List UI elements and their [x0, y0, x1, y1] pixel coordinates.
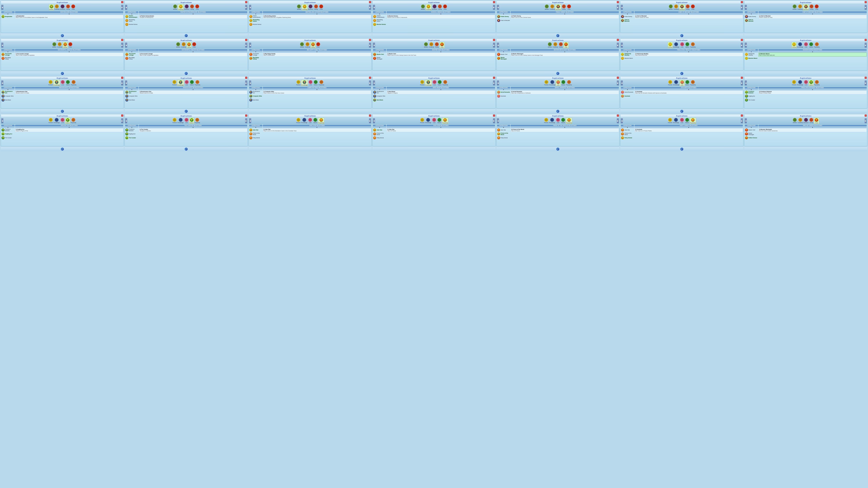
aspirations-scroll-up[interactable]: ▲: [373, 13, 386, 15]
category-icon-creativity[interactable]: 🏆Creativity: [178, 4, 184, 10]
nav-left-arrow[interactable]: ◀: [745, 5, 747, 10]
aspiration-item[interactable]: 🏆Nerd Brain: [249, 98, 262, 102]
category-icon-family[interactable]: ⬡Family: [190, 4, 194, 10]
category-icon-fortune[interactable]: ⬡Fortune: [420, 80, 425, 86]
nav-right-arrow[interactable]: ▶: [617, 42, 619, 48]
nav-right-arrow[interactable]: ▶: [493, 5, 495, 10]
category-icon-nature[interactable]: ⬡Nature: [65, 80, 70, 86]
category-icon-family[interactable]: ⬡Family: [437, 4, 442, 10]
aspiration-item[interactable]: 🏆Master Mixologist: [745, 132, 758, 136]
category-icon-deviance[interactable]: ⬡Deviance: [432, 4, 437, 10]
aspiration-item[interactable]: 🏆Successful Lineage: [125, 52, 138, 56]
milestones-scroll-up[interactable]: ▲: [758, 126, 867, 128]
category-icon-athletic[interactable]: ⬡Athletic: [297, 4, 302, 10]
aspiration-item[interactable]: 🏆Angling Ace: [125, 132, 138, 136]
aspiration-item[interactable]: 🏆Master Chef: [745, 128, 758, 132]
check-button[interactable]: ✓: [61, 110, 64, 113]
category-icon-fortune[interactable]: ⬡Fortune: [544, 80, 549, 86]
aspiration-item[interactable]: 🏆Big Happy Family: [125, 56, 138, 60]
aspirations-scroll-up[interactable]: ▲: [249, 13, 262, 15]
close-button[interactable]: ×: [865, 77, 867, 79]
aspiration-item[interactable]: 🏆Master Mixologist: [497, 56, 510, 60]
milestones-scroll-up[interactable]: ▲: [634, 88, 743, 90]
check-button[interactable]: ✓: [680, 110, 684, 113]
nav-right-arrow[interactable]: ▶: [369, 81, 371, 85]
category-icon-family[interactable]: 🏆Family: [311, 42, 315, 48]
category-icon-nature[interactable]: ⬡Nature: [561, 80, 566, 86]
nav-left-arrow[interactable]: ◀: [373, 42, 375, 48]
category-icon-popularity[interactable]: ⬡Popularity: [814, 80, 820, 86]
category-icon-food[interactable]: 🏆Food: [814, 118, 819, 124]
category-icon-deviance[interactable]: ⬡Deviance: [60, 4, 65, 10]
nav-left-arrow[interactable]: ◀: [745, 118, 747, 123]
aspirations-scroll-up[interactable]: ▲: [1, 88, 14, 90]
category-icon-deviance[interactable]: ⬡Deviance: [803, 118, 809, 124]
check-button[interactable]: ✓: [556, 34, 560, 37]
milestones-scroll-up[interactable]: ▲: [263, 13, 371, 15]
aspiration-item[interactable]: 🏆Friend of the World: [497, 132, 510, 136]
category-icon-creativity[interactable]: ⬡Creativity: [798, 118, 803, 124]
nav-right-arrow[interactable]: ▶: [865, 42, 867, 48]
milestones-scroll-up[interactable]: ▲: [634, 13, 743, 15]
aspirations-scroll-up[interactable]: ▲: [373, 51, 386, 52]
aspiration-item[interactable]: 🏆Grilled Cheese: [745, 136, 758, 140]
milestones-scroll-up[interactable]: ▲: [15, 88, 123, 90]
close-button[interactable]: ×: [741, 115, 743, 117]
close-button[interactable]: ×: [121, 39, 123, 41]
category-icon-fortune[interactable]: ⬡Fortune: [48, 118, 53, 124]
aspiration-item[interactable]: 🏆Friend of the World: [249, 132, 262, 136]
nav-left-arrow[interactable]: ◀: [125, 118, 127, 123]
close-button[interactable]: ×: [493, 1, 495, 3]
aspiration-item[interactable]: 🏆Freelance Botanist: [745, 90, 758, 94]
nav-right-arrow[interactable]: ▶: [121, 118, 123, 123]
aspiration-item[interactable]: 🏆Computer Whiz: [1, 94, 14, 98]
aspiration-item[interactable]: 🏆Successful Lineage: [249, 52, 262, 56]
nav-right-arrow[interactable]: ▶: [741, 5, 743, 10]
category-icon-deviance[interactable]: ⬡Deviance: [308, 4, 313, 10]
category-icon-love[interactable]: 🏆Love: [556, 80, 561, 86]
category-icon-athletic[interactable]: ⬡Athletic: [421, 4, 426, 10]
category-icon-fortune[interactable]: ⬡Fortune: [296, 80, 301, 86]
aspiration-item[interactable]: 🏆The Curator: [1, 136, 14, 140]
aspiration-item[interactable]: 🏆Musical Genius: [125, 23, 138, 26]
aspiration-item[interactable]: 🏆Party Animal: [373, 136, 386, 140]
category-icon-food[interactable]: 🏆Food: [439, 42, 444, 48]
aspirations-scroll-up[interactable]: ▲: [1, 126, 14, 128]
nav-right-arrow[interactable]: ▶: [121, 81, 123, 85]
category-icon-creativity[interactable]: 🏆Creativity: [302, 4, 308, 10]
nav-right-arrow[interactable]: ▶: [865, 5, 867, 10]
category-icon-knowledge[interactable]: ⬡Knowledge: [177, 118, 184, 124]
aspiration-item[interactable]: 🏆Musical Genius: [249, 23, 262, 26]
category-icon-athletic[interactable]: ⬡Athletic: [547, 42, 552, 48]
close-button[interactable]: ×: [245, 115, 247, 117]
aspiration-item[interactable]: 🏆Master Mixologist: [373, 56, 386, 60]
close-button[interactable]: ×: [741, 1, 743, 3]
nav-left-arrow[interactable]: ◀: [1, 42, 3, 48]
aspirations-scroll-up[interactable]: ▲: [497, 51, 510, 52]
nav-left-arrow[interactable]: ◀: [497, 5, 499, 10]
category-icon-popularity[interactable]: ⬡Popularity: [194, 118, 200, 124]
category-icon-food[interactable]: ⬡Food: [316, 42, 321, 48]
milestones-scroll-up[interactable]: ▲: [139, 13, 247, 15]
category-icon-nature[interactable]: ⬡Nature: [313, 80, 318, 86]
category-icon-popularity[interactable]: ⬡Popularity: [318, 80, 324, 86]
aspiration-item[interactable]: 🏆Painter Extraordinaire: [373, 15, 386, 19]
aspiration-item[interactable]: 🏆Nerd Brain: [125, 98, 138, 102]
milestones-scroll-up[interactable]: ▲: [634, 51, 743, 52]
aspirations-scroll-up[interactable]: ▲: [621, 88, 634, 90]
nav-left-arrow[interactable]: ◀: [621, 118, 623, 123]
category-icon-fortune[interactable]: 🏆Fortune: [792, 42, 797, 48]
category-icon-love[interactable]: 🏆Love: [680, 80, 685, 86]
category-icon-popularity[interactable]: ⬡Popularity: [70, 80, 76, 86]
milestones-scroll-up[interactable]: ▲: [263, 126, 371, 128]
category-icon-popularity[interactable]: 🏆Popularity: [566, 118, 572, 124]
aspiration-item[interactable]: 🏆Computer Whiz: [249, 94, 262, 98]
category-icon-knowledge[interactable]: ⬡Knowledge: [797, 80, 803, 86]
category-icon-creativity[interactable]: ⬡Creativity: [797, 4, 803, 10]
close-button[interactable]: ×: [245, 77, 247, 79]
nav-left-arrow[interactable]: ◀: [249, 5, 251, 10]
category-icon-love[interactable]: ⬡Love: [432, 80, 437, 86]
milestones-scroll-up[interactable]: ▲: [758, 13, 867, 15]
category-icon-knowledge[interactable]: ⬡Knowledge: [549, 80, 556, 86]
category-icon-family[interactable]: ⬡Family: [809, 118, 814, 124]
